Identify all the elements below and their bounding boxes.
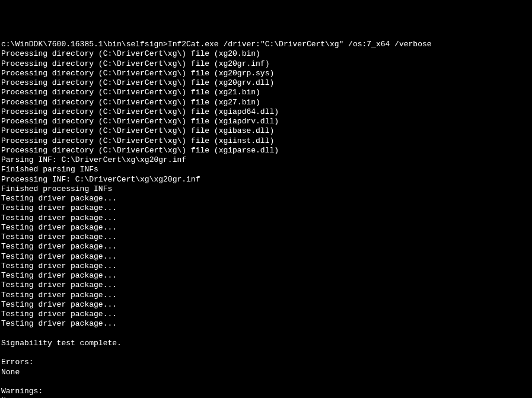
- testing-driver-line: Testing driver package...: [1, 300, 531, 310]
- testing-driver-line: Testing driver package...: [1, 223, 531, 233]
- finished-parsing-line: Finished parsing INFs: [1, 165, 531, 174]
- processing-file-line: Processing directory (C:\DriverCert\xg\)…: [1, 98, 531, 107]
- testing-driver-line: Testing driver package...: [1, 194, 531, 203]
- testing-driver-line: Testing driver package...: [1, 291, 531, 300]
- testing-driver-line: Testing driver package...: [1, 252, 531, 262]
- blank-line: [1, 329, 531, 339]
- testing-driver-line: Testing driver package...: [1, 310, 531, 319]
- errors-label-line: Errors:: [1, 358, 531, 367]
- parsing-inf-line: Parsing INF: C:\DriverCert\xg\xg20gr.inf: [1, 155, 531, 165]
- processing-file-line: Processing directory (C:\DriverCert\xg\)…: [1, 117, 531, 126]
- signability-complete-line: Signability test complete.: [1, 339, 531, 348]
- command-line: c:\WinDDK\7600.16385.1\bin\selfsign>Inf2…: [1, 40, 531, 49]
- errors-value-line: None: [1, 368, 531, 377]
- processing-file-line: Processing directory (C:\DriverCert\xg\)…: [1, 146, 531, 155]
- testing-driver-line: Testing driver package...: [1, 271, 531, 281]
- processing-file-line: Processing directory (C:\DriverCert\xg\)…: [1, 78, 531, 88]
- testing-driver-line: Testing driver package...: [1, 214, 531, 223]
- processing-file-line: Processing directory (C:\DriverCert\xg\)…: [1, 69, 531, 78]
- processing-file-line: Processing directory (C:\DriverCert\xg\)…: [1, 136, 531, 146]
- testing-driver-line: Testing driver package...: [1, 262, 531, 271]
- testing-driver-line: Testing driver package...: [1, 203, 531, 213]
- processing-file-line: Processing directory (C:\DriverCert\xg\)…: [1, 49, 531, 59]
- testing-driver-line: Testing driver package...: [1, 281, 531, 290]
- blank-line: [1, 348, 531, 358]
- blank-line: [1, 377, 531, 387]
- terminal-output[interactable]: c:\WinDDK\7600.16385.1\bin\selfsign>Inf2…: [1, 40, 531, 398]
- testing-driver-line: Testing driver package...: [1, 242, 531, 251]
- processing-file-line: Processing directory (C:\DriverCert\xg\)…: [1, 107, 531, 117]
- testing-driver-line: Testing driver package...: [1, 233, 531, 242]
- processing-file-line: Processing directory (C:\DriverCert\xg\)…: [1, 126, 531, 136]
- testing-driver-line: Testing driver package...: [1, 319, 531, 329]
- processing-file-line: Processing directory (C:\DriverCert\xg\)…: [1, 59, 531, 69]
- processing-inf-line: Processing INF: C:\DriverCert\xg\xg20gr.…: [1, 175, 531, 184]
- command-text: Inf2Cat.exe /driver:"C:\DriverCert\xg" /…: [168, 40, 432, 49]
- prompt: c:\WinDDK\7600.16385.1\bin\selfsign>: [1, 40, 168, 49]
- warnings-label-line: Warnings:: [1, 387, 531, 396]
- finished-processing-line: Finished processing INFs: [1, 184, 531, 194]
- processing-file-line: Processing directory (C:\DriverCert\xg\)…: [1, 88, 531, 97]
